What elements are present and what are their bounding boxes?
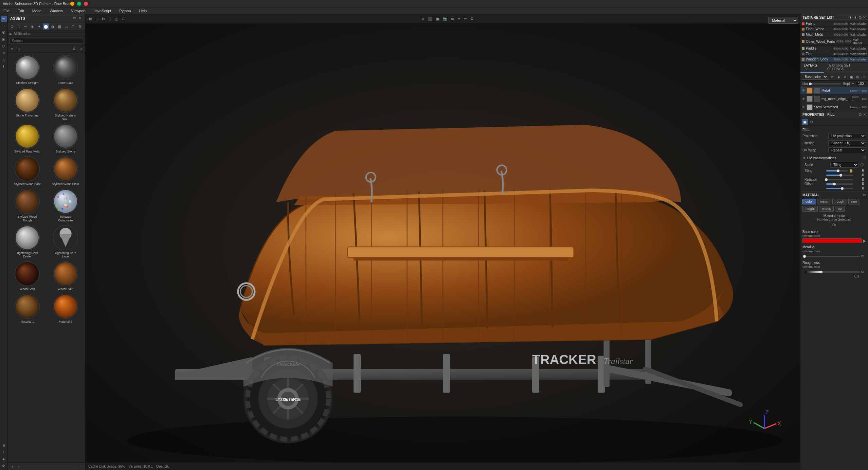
layer-row-edge[interactable]: 👁 mg_metal_edge_... Norm ~ 100: [800, 95, 868, 103]
layer-row-steel[interactable]: 👁 Steel Scratched Norm ~ 100: [800, 103, 868, 111]
assets-icon-filter[interactable]: ◈: [29, 23, 35, 30]
vp-btn-layout3[interactable]: ⊠: [101, 16, 106, 22]
viewport[interactable]: ⊞ ⊟ ⊠ ⊡ ◫ ⊙ ⏸ ⬛ ▣ 📷 ⊕ ✦ ✏ ⚙ Material: [86, 14, 800, 470]
menu-python[interactable]: Python: [118, 9, 132, 13]
assets-icon-env[interactable]: ⬭: [63, 23, 69, 30]
vp-btn-layout1[interactable]: ⊞: [88, 16, 93, 22]
assets-icon-alpha[interactable]: ◑: [50, 23, 56, 30]
vp-btn-settings2[interactable]: ⚙: [469, 16, 475, 22]
assets-import-btn[interactable]: ↑: [16, 464, 22, 470]
menu-mode[interactable]: Mode: [31, 9, 43, 13]
asset-stylized-raw-metal[interactable]: Stylized Raw Metal: [9, 123, 46, 154]
tsl-row-tire[interactable]: Tire 4096x4096 Main shader: [800, 51, 868, 57]
metallic-slider[interactable]: [804, 256, 860, 257]
layer-vis-edge[interactable]: 👁: [802, 97, 805, 101]
assets-icon-cube[interactable]: ◻: [16, 23, 22, 30]
assets-icon-material[interactable]: ⬤: [43, 23, 49, 30]
prop-tab-settings[interactable]: ⚙: [809, 119, 815, 125]
mat-btn-color[interactable]: color: [802, 199, 816, 204]
vp-btn-measure[interactable]: ✏: [463, 16, 468, 22]
tsl-row-other_wood_parts[interactable]: Other_Wood_Parts 4096x4096 Main shader: [800, 37, 868, 46]
tab-layers-close[interactable]: ✕: [805, 68, 808, 71]
base-color-expand[interactable]: ▶: [863, 239, 866, 243]
prop-undock-btn[interactable]: ⧉: [859, 112, 862, 117]
material-dropdown[interactable]: Material: [768, 17, 798, 24]
blur-slider[interactable]: [810, 83, 841, 85]
mat-expand-btn[interactable]: ⧉: [863, 193, 866, 197]
menu-window[interactable]: Window: [48, 9, 64, 13]
mat-btn-emiss[interactable]: emiss: [819, 206, 834, 212]
scale-select[interactable]: Tiling: [830, 162, 858, 168]
view-icon-grid[interactable]: ⊞: [16, 46, 22, 52]
tiling-slider[interactable]: [826, 170, 848, 171]
tsl-row-paddle[interactable]: Paddle 4096x4096 Main shader: [800, 46, 868, 51]
tool-asset[interactable]: ⊞: [1, 442, 7, 448]
offset-x-slider[interactable]: [826, 183, 853, 185]
assets-icon-brush[interactable]: ✏: [22, 23, 29, 30]
asset-material-1[interactable]: Material 1: [9, 293, 46, 324]
asset-wood-plain[interactable]: Wood Plain: [47, 260, 84, 292]
tsl-row-main_metal[interactable]: Main_Metal 4096x4096 Main shader: [800, 32, 868, 37]
vp-btn-render[interactable]: ⊕: [450, 16, 455, 22]
uv-transform-header[interactable]: ▼ UV transformations ⓘ: [802, 155, 866, 161]
tool-import[interactable]: ↑: [1, 449, 7, 455]
asset-tightening-cord-lace[interactable]: Tightening Cord Lace: [47, 224, 84, 259]
layer-row-metal[interactable]: 👁 Metal Norm ~ 100: [800, 87, 868, 95]
tool-select[interactable]: ⊕: [1, 50, 7, 56]
asset-material-2[interactable]: Material 2: [47, 293, 84, 324]
layer-tool-2[interactable]: ◈: [836, 74, 842, 80]
uvwrap-select[interactable]: Repeat: [828, 147, 866, 153]
asset-stylized-wood-rough[interactable]: Stylized Wood Rough: [9, 188, 46, 223]
tsl-row-fabric[interactable]: Fabric 4096x4096 Main shader: [800, 21, 868, 26]
tsl-row-floor_wood[interactable]: Floor_Wood 4096x4096 Main shader: [800, 26, 868, 32]
assets-options-btn[interactable]: ⋯: [77, 464, 83, 470]
assets-icon-texture[interactable]: ▦: [56, 23, 62, 30]
vp-btn-2d[interactable]: ▣: [435, 16, 441, 22]
tsl-close-btn[interactable]: ✕: [863, 15, 866, 20]
tool-geometry[interactable]: △: [1, 56, 7, 62]
offset-y-slider[interactable]: [826, 188, 853, 189]
tool-smudge[interactable]: ⦿: [1, 29, 7, 35]
tsl-eye2-btn[interactable]: 👁: [854, 15, 857, 20]
vp-btn-cam[interactable]: 📷: [441, 16, 449, 22]
asset-stylized-wood-bark[interactable]: Stylized Wood Bark: [9, 156, 46, 187]
assets-icon-sphere[interactable]: ⊙: [9, 23, 15, 30]
layer-vis-steel[interactable]: 👁: [802, 105, 805, 109]
tool-settings[interactable]: ⚙: [1, 463, 7, 469]
menu-javascript[interactable]: JavaScript: [92, 9, 112, 13]
base-color-swatch[interactable]: [802, 238, 862, 243]
asset-stone-slate[interactable]: Stone Slate: [47, 54, 84, 86]
vp-btn-fit[interactable]: ⊡: [107, 16, 113, 22]
vp-btn-camera[interactable]: ⊙: [120, 16, 126, 22]
roughness-expand[interactable]: ⧉: [861, 270, 864, 274]
search-input[interactable]: [10, 38, 83, 44]
view-icon-sort[interactable]: ⇅: [71, 46, 77, 52]
tool-polygon[interactable]: ⬡: [1, 43, 7, 49]
vp-btn-3d[interactable]: ⬛: [427, 16, 434, 22]
layer-tool-6[interactable]: ⊟: [861, 74, 867, 80]
vp-btn-light[interactable]: ✦: [456, 16, 462, 22]
prop-tab-fill[interactable]: ▣: [802, 119, 808, 125]
tab-layers[interactable]: LAYERS ✕: [800, 62, 824, 73]
mat-btn-nrm[interactable]: nrm: [848, 199, 860, 204]
mat-btn-metal[interactable]: metal: [817, 199, 831, 204]
tool-erase[interactable]: ◻: [1, 22, 7, 29]
close-btn[interactable]: [84, 2, 88, 6]
asset-stitches-straight[interactable]: Stitches Straight: [9, 54, 46, 86]
tool-text[interactable]: T: [1, 63, 7, 69]
roughness-slider[interactable]: [804, 271, 860, 273]
layer-tool-3[interactable]: ⊕: [842, 74, 848, 80]
asset-stylized-stone[interactable]: Stylized Stone: [47, 123, 84, 154]
scale-info-icon[interactable]: ⓘ: [861, 163, 864, 167]
layer-tool-1[interactable]: ✏: [830, 74, 835, 80]
layer-tool-5[interactable]: ⊞: [855, 74, 861, 80]
view-icon-filter[interactable]: ⊕: [78, 46, 84, 52]
tsl-undock-btn[interactable]: ⧉: [859, 15, 862, 20]
asset-stylized-wood-plain[interactable]: Stylized Wood Plain: [47, 156, 84, 187]
assets-icon-grid[interactable]: ⊞: [77, 23, 83, 30]
asset-stone-travertine[interactable]: Stone Travertine: [9, 87, 46, 122]
layer-tool-4[interactable]: ▣: [849, 74, 854, 80]
uv-info-icon[interactable]: ⓘ: [863, 156, 866, 160]
view-icon-list[interactable]: ≡: [9, 46, 15, 52]
menu-viewport[interactable]: Viewport: [70, 9, 87, 13]
